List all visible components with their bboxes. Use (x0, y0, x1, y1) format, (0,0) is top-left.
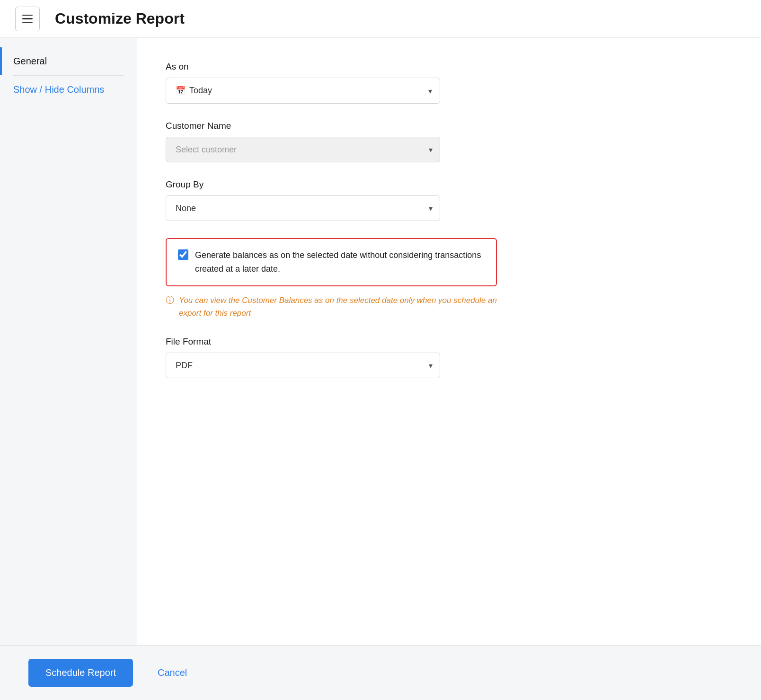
group-by-label: Group By (166, 179, 733, 190)
generate-balances-checkbox[interactable] (178, 249, 188, 260)
schedule-report-button[interactable]: Schedule Report (28, 659, 133, 687)
calendar-icon: 📅 (176, 86, 186, 96)
customer-name-select[interactable]: Select customer (166, 137, 440, 162)
customer-name-group: Customer Name Select customer ▾ (166, 121, 733, 162)
generate-balances-checkbox-container: Generate balances as on the selected dat… (166, 238, 497, 286)
file-format-select-wrapper: PDF ▾ (166, 353, 440, 378)
group-by-select-wrapper: None ▾ (166, 195, 440, 221)
sidebar-item-show-hide-label: Show / Hide Columns (13, 84, 104, 95)
as-on-label: As on (166, 62, 733, 72)
header: Customize Report (0, 0, 761, 38)
content-area: As on 📅 Today ▾ Customer Name Select cus… (137, 38, 761, 645)
file-format-select[interactable]: PDF (166, 353, 440, 378)
page-title: Customize Report (55, 10, 185, 27)
cancel-button[interactable]: Cancel (144, 659, 200, 687)
as-on-group: As on 📅 Today ▾ (166, 62, 733, 104)
file-format-label: File Format (166, 337, 733, 347)
menu-button[interactable] (15, 7, 40, 31)
generate-balances-label: Generate balances as on the selected dat… (195, 248, 485, 276)
customer-name-label: Customer Name (166, 121, 733, 131)
form-content: As on 📅 Today ▾ Customer Name Select cus… (166, 62, 733, 395)
as-on-select[interactable]: 📅 Today ▾ (166, 78, 440, 104)
as-on-chevron-icon: ▾ (428, 86, 432, 95)
as-on-value: Today (189, 86, 212, 96)
info-circle-icon: ⓘ (166, 294, 174, 306)
footer: Schedule Report Cancel (0, 645, 761, 700)
group-by-group: Group By None ▾ (166, 179, 733, 221)
customer-name-select-wrapper: Select customer ▾ (166, 137, 440, 162)
main-layout: General Show / Hide Columns As on 📅 Toda… (0, 38, 761, 645)
sidebar-item-general[interactable]: General (0, 47, 137, 75)
info-message: ⓘ You can view the Customer Balances as … (166, 294, 497, 319)
sidebar: General Show / Hide Columns (0, 38, 137, 645)
info-text: You can view the Customer Balances as on… (179, 294, 497, 319)
file-format-group: File Format PDF ▾ (166, 337, 733, 378)
sidebar-item-show-hide-columns[interactable]: Show / Hide Columns (0, 76, 137, 104)
group-by-select[interactable]: None (166, 195, 440, 221)
sidebar-item-general-label: General (13, 56, 47, 66)
